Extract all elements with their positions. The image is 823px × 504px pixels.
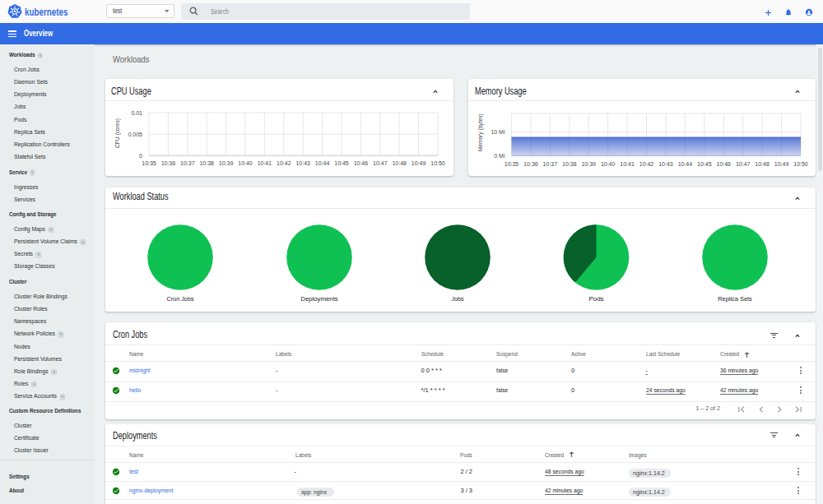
svg-text:10:49: 10:49	[774, 161, 789, 167]
svg-text:0 Mi: 0 Mi	[494, 153, 505, 159]
svg-text:10:47: 10:47	[736, 161, 751, 167]
svg-text:10:41: 10:41	[258, 160, 272, 166]
svg-text:10:44: 10:44	[678, 161, 693, 167]
svg-text:10:39: 10:39	[581, 161, 596, 167]
svg-text:10:45: 10:45	[697, 161, 712, 167]
svg-text:10:48: 10:48	[755, 161, 770, 167]
svg-text:0.005: 0.005	[128, 132, 142, 137]
svg-text:10:40: 10:40	[238, 160, 253, 166]
svg-text:Replica Sets: Replica Sets	[718, 295, 752, 303]
svg-text:0.01: 0.01	[131, 110, 142, 116]
svg-text:10:46: 10:46	[717, 161, 732, 167]
svg-text:10:47: 10:47	[373, 160, 388, 166]
svg-text:0: 0	[139, 153, 142, 159]
svg-text:10:38: 10:38	[562, 161, 577, 167]
svg-text:10:49: 10:49	[412, 160, 426, 166]
svg-text:10:42: 10:42	[277, 160, 291, 166]
svg-text:10 Mi: 10 Mi	[491, 129, 505, 135]
svg-text:10:35: 10:35	[142, 160, 156, 166]
svg-text:10:37: 10:37	[543, 161, 558, 167]
svg-text:10:35: 10:35	[504, 161, 519, 167]
svg-text:10:41: 10:41	[620, 161, 635, 167]
svg-text:10:46: 10:46	[354, 160, 369, 166]
svg-text:10:36: 10:36	[161, 160, 176, 166]
svg-text:10:50: 10:50	[793, 161, 808, 167]
svg-text:CPU (cores): CPU (cores)	[114, 118, 121, 148]
svg-text:Deployments: Deployments	[300, 295, 338, 303]
svg-text:10:42: 10:42	[639, 161, 654, 167]
svg-text:Cron Jobs: Cron Jobs	[166, 295, 193, 303]
svg-text:10:45: 10:45	[334, 160, 349, 166]
svg-text:10:43: 10:43	[295, 160, 310, 166]
svg-text:10:40: 10:40	[601, 161, 616, 167]
svg-text:10:48: 10:48	[392, 160, 407, 166]
svg-text:10:38: 10:38	[199, 160, 214, 166]
svg-text:Memory (bytes): Memory (bytes)	[477, 113, 484, 151]
svg-text:10:36: 10:36	[523, 161, 538, 167]
svg-text:Jobs: Jobs	[451, 295, 463, 303]
svg-text:10:43: 10:43	[658, 161, 673, 167]
svg-text:10:44: 10:44	[315, 160, 330, 166]
svg-text:10:50: 10:50	[430, 160, 445, 166]
svg-text:Pods: Pods	[588, 295, 603, 303]
svg-text:10:39: 10:39	[219, 160, 234, 166]
svg-text:10:37: 10:37	[180, 160, 195, 166]
